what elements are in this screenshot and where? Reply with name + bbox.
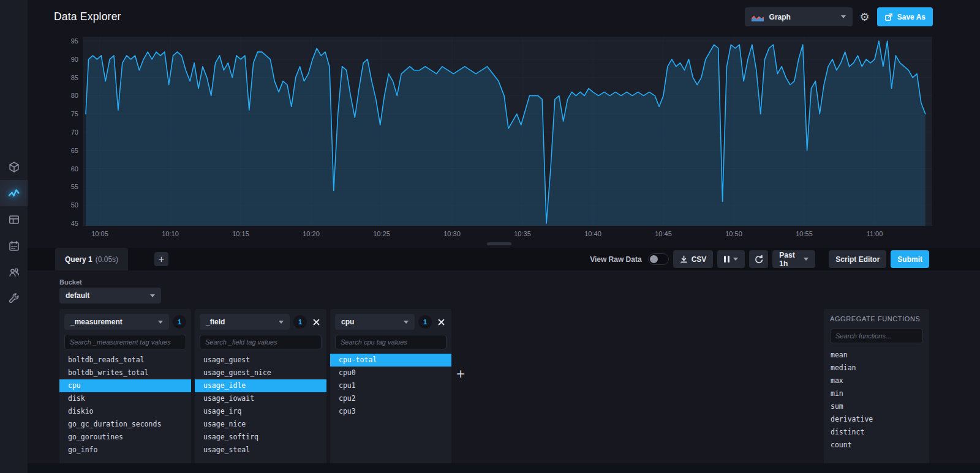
time-range-dropdown[interactable]: Past 1h	[772, 250, 815, 268]
nav-item-dashboards[interactable]	[0, 206, 28, 233]
tag-value-item[interactable]: usage_guest_nice	[195, 367, 326, 379]
pulse-graph-icon	[7, 187, 21, 199]
svg-text:50: 50	[71, 201, 78, 209]
tag-value-item[interactable]: go_goroutines	[59, 431, 191, 444]
tag-value-item[interactable]: usage_idle	[195, 379, 326, 392]
chevron-down-icon	[404, 321, 409, 324]
tag-key-dropdown[interactable]: cpu	[335, 314, 415, 330]
tag-value-item[interactable]: disk	[59, 392, 191, 405]
svg-text:10:20: 10:20	[303, 230, 320, 237]
function-search-input[interactable]	[830, 329, 923, 343]
calendar-icon	[8, 240, 20, 252]
tag-value-item[interactable]: cpu	[59, 379, 191, 392]
svg-text:45: 45	[71, 220, 78, 227]
tag-value-item[interactable]: boltdb_writes_total	[59, 367, 191, 379]
panel-resize-handle[interactable]	[487, 242, 511, 245]
tag-value-item[interactable]: cpu1	[330, 379, 451, 392]
view-type-dropdown[interactable]: Graph	[745, 7, 853, 26]
chevron-down-icon	[804, 258, 809, 261]
add-tag-filter-button[interactable]: +	[456, 368, 465, 380]
svg-text:10:45: 10:45	[655, 230, 672, 237]
submit-label: Submit	[897, 255, 922, 264]
tag-key-dropdown[interactable]: _measurement	[64, 314, 169, 330]
svg-text:10:55: 10:55	[796, 230, 813, 237]
usage-chart[interactable]: 455055606570758085909510:0510:1010:1510:…	[55, 34, 932, 245]
function-item[interactable]: mean	[824, 349, 929, 362]
page-header: Data Explorer Graph ⚙ Save As	[28, 0, 980, 34]
wrench-icon	[8, 292, 20, 305]
gear-icon[interactable]: ⚙	[858, 10, 872, 23]
function-item[interactable]: count	[824, 439, 929, 452]
tag-value-item[interactable]: boltdb_reads_total	[59, 354, 191, 367]
script-editor-button[interactable]: Script Editor	[829, 250, 886, 268]
svg-text:10:40: 10:40	[584, 230, 601, 237]
tag-value-search-input[interactable]	[335, 335, 447, 349]
users-icon	[8, 266, 20, 278]
function-item[interactable]: sum	[824, 400, 929, 413]
svg-text:10:35: 10:35	[514, 230, 531, 237]
svg-text:75: 75	[71, 110, 78, 117]
tag-value-search-input[interactable]	[200, 335, 322, 349]
nav-item-settings[interactable]	[0, 285, 28, 311]
tag-value-item[interactable]: usage_guest	[195, 354, 326, 367]
svg-text:70: 70	[71, 128, 78, 136]
function-item[interactable]: median	[824, 362, 929, 374]
nav-item-data-explorer[interactable]	[0, 180, 28, 206]
csv-label: CSV	[692, 255, 707, 264]
chevron-down-icon	[150, 294, 155, 297]
horizontal-scrollbar[interactable]	[28, 463, 980, 473]
function-item[interactable]: min	[824, 387, 929, 400]
query-controls: View Raw Data CSV Past 1h Script Edito	[590, 250, 929, 268]
polyhedron-logo-icon	[8, 161, 20, 173]
pause-dropdown-button[interactable]	[717, 250, 745, 268]
tag-value-item[interactable]: go_gc_duration_seconds	[59, 418, 191, 431]
tag-value-item[interactable]: usage_steal	[195, 444, 326, 456]
nav-item-organization[interactable]	[0, 259, 28, 285]
chevron-down-icon	[279, 321, 284, 324]
close-icon	[313, 319, 320, 326]
bucket-dropdown[interactable]: default	[59, 288, 161, 304]
tag-value-item[interactable]: go_info	[59, 444, 191, 456]
tag-key-label: _field	[206, 318, 225, 326]
tag-value-item[interactable]: usage_softirq	[195, 431, 326, 444]
tag-card-cpu: cpu 1 cpu-totalcpu0cpu1cpu2cpu3	[330, 309, 451, 466]
remove-card-button[interactable]	[311, 316, 322, 327]
nav-item-home[interactable]	[0, 154, 28, 180]
submit-button[interactable]: Submit	[891, 250, 929, 268]
svg-text:10:05: 10:05	[91, 230, 108, 237]
nav-item-tasks[interactable]	[0, 233, 28, 259]
function-item[interactable]: derivative	[824, 413, 929, 426]
tag-value-item[interactable]: cpu-total	[330, 354, 451, 367]
tag-value-item[interactable]: cpu2	[330, 392, 451, 405]
csv-download-button[interactable]: CSV	[673, 250, 714, 268]
chevron-down-icon	[733, 258, 738, 261]
tag-value-item[interactable]: usage_irq	[195, 405, 326, 418]
bucket-label: Bucket	[59, 278, 82, 286]
dashboards-grid-icon	[8, 214, 20, 226]
selected-count-badge: 1	[418, 315, 432, 329]
selected-count-badge: 1	[173, 315, 186, 329]
query-tab-1[interactable]: Query 1 (0.05s)	[55, 248, 128, 270]
function-item[interactable]: max	[824, 374, 929, 387]
tag-key-label: _measurement	[70, 318, 123, 326]
tag-value-item[interactable]: usage_nice	[195, 418, 326, 431]
save-as-button[interactable]: Save As	[877, 7, 933, 26]
query-builder-panel: Query 1 (0.05s) + View Raw Data CSV Past…	[28, 248, 980, 473]
remove-card-button[interactable]	[435, 316, 447, 327]
svg-text:10:50: 10:50	[725, 230, 742, 237]
add-query-button[interactable]: +	[154, 252, 168, 266]
aggregate-functions-card: AGGREGATE FUNCTIONS meanmedianmaxminsumd…	[824, 309, 929, 466]
view-type-label: Graph	[769, 13, 835, 21]
view-raw-data-toggle[interactable]	[648, 253, 669, 265]
save-as-label: Save As	[897, 13, 925, 21]
refresh-button[interactable]	[749, 250, 768, 268]
tag-value-item[interactable]: usage_iowait	[195, 392, 326, 405]
svg-text:65: 65	[71, 147, 78, 154]
function-item[interactable]: distinct	[824, 426, 929, 439]
tag-value-search-input[interactable]	[64, 335, 186, 349]
tag-value-item[interactable]: diskio	[59, 405, 191, 418]
svg-text:10:25: 10:25	[373, 230, 390, 237]
tag-value-item[interactable]: cpu3	[330, 405, 451, 418]
tag-key-dropdown[interactable]: _field	[200, 314, 290, 330]
tag-value-item[interactable]: cpu0	[330, 367, 451, 379]
